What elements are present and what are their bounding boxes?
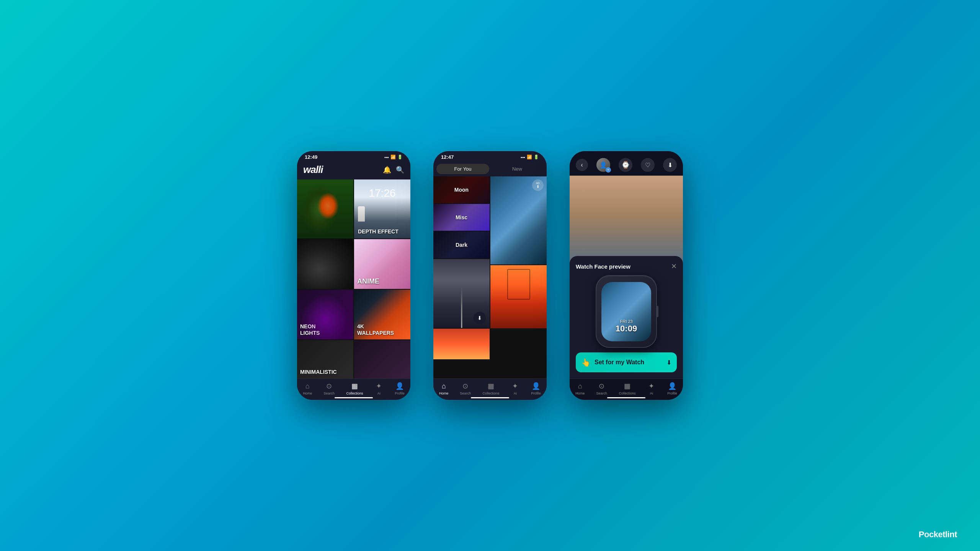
nav-home-label-2: Home	[439, 391, 448, 395]
nav-profile-label-1: Profile	[395, 391, 405, 395]
status-time-2: 12:47	[441, 154, 454, 160]
phone1-header: walli 🔔 🔍	[297, 161, 410, 179]
nav-profile-label-2: Profile	[531, 391, 541, 395]
download-road-btn[interactable]: ⬇	[474, 312, 486, 324]
moon-label: Moon	[433, 176, 490, 203]
watch-icon-button[interactable]: ⌚	[619, 158, 632, 172]
download-watch-icon: ⬇	[666, 359, 671, 366]
category-dark-2[interactable]: Dark	[433, 231, 490, 258]
watch-screen: FRI 23 10:09	[601, 282, 651, 341]
bell-icon[interactable]: 🔔	[383, 166, 391, 174]
phones-container: 12:49 ▪▪▪ 📶 🔋 walli 🔔 🔍 L	[297, 151, 683, 400]
depth-label: DEPTH EFFECT	[358, 228, 399, 235]
wallpaper-grid: Moon Misc Dark ⬇	[433, 176, 547, 378]
cliff-wallpaper[interactable]: AD ⬇	[490, 176, 547, 264]
nav-collections-1[interactable]: ▦ Collections	[346, 382, 363, 395]
home-icon-1: ⌂	[303, 382, 312, 390]
nav-collections-label-1: Collections	[346, 391, 363, 395]
ai-icon-2: ✦	[511, 382, 519, 390]
nav-ai-2[interactable]: ✦ Ai	[511, 382, 519, 395]
sunset-wallpaper[interactable]	[490, 265, 547, 328]
status-bar-2: 12:47 ▪▪▪ 📶 🔋	[433, 151, 547, 161]
search-icon[interactable]: 🔍	[396, 166, 404, 174]
nav-profile-2[interactable]: 👤 Profile	[531, 382, 541, 395]
nav-ai-label-1: Ai	[377, 391, 381, 395]
bottom-nav-2: ⌂ Home ⊙ Search ▦ Collections ✦ Ai 👤 Pro…	[433, 378, 547, 400]
status-icons-1: ▪▪▪ 📶 🔋	[384, 155, 403, 160]
nav-search-1[interactable]: ⊙ Search	[324, 382, 335, 395]
profile-icon-2: 👤	[532, 382, 540, 390]
dark2-label: Dark	[433, 231, 490, 258]
nav-collections-label-2: Collections	[482, 391, 499, 395]
home-icon-2: ⌂	[439, 382, 448, 390]
category-neon-lights[interactable]: NEONLIGHTS	[297, 290, 353, 339]
nav-indicator-2	[471, 397, 509, 398]
nav-collections-3[interactable]: ▦ Collections	[619, 382, 635, 395]
nav-search-label-1: Search	[324, 391, 335, 395]
tab-bar: For You New	[433, 161, 547, 176]
download-button-3[interactable]: ⬇	[663, 158, 677, 172]
watch-time-display: FRI 23 10:09	[601, 319, 651, 334]
nav-collections-2[interactable]: ▦ Collections	[482, 382, 499, 395]
anime-label: ANIME	[357, 277, 379, 286]
hand-icon: 👆	[581, 358, 591, 367]
nav-home-2[interactable]: ⌂ Home	[439, 382, 448, 395]
modal-close-button[interactable]: ✕	[671, 262, 677, 271]
category-anime[interactable]: ANIME	[354, 239, 410, 289]
sunset-partial[interactable]	[433, 329, 490, 359]
nav-search-3[interactable]: ⊙ Search	[596, 382, 608, 395]
road-wallpaper[interactable]: ⬇	[433, 259, 490, 328]
watch-face-modal: Watch Face preview ✕ FRI 23 10:09	[570, 256, 683, 378]
category-depth-effect[interactable]: 17:26 DEPTH EFFECT	[354, 179, 410, 238]
nav-search-label-3: Search	[596, 391, 608, 395]
category-moon[interactable]: Moon	[433, 176, 490, 203]
tab-new[interactable]: New	[491, 164, 544, 174]
watch-time: 10:09	[601, 324, 651, 334]
4k-label: 4KWALLPAPERS	[357, 323, 394, 336]
watch-date: FRI 23	[601, 319, 651, 324]
nav-search-2[interactable]: ⊙ Search	[460, 382, 471, 395]
wifi-icon: 📶	[390, 155, 396, 160]
category-8[interactable]	[354, 340, 410, 378]
status-bar-1: 12:49 ▪▪▪ 📶 🔋	[297, 151, 410, 161]
category-4k-wallpapers[interactable]: 4KWALLPAPERS	[354, 290, 410, 339]
profile-icon-3: 👤	[668, 382, 676, 390]
nav-home-3[interactable]: ⌂ Home	[575, 382, 585, 395]
collections-icon-1: ▦	[351, 382, 359, 390]
phone1-content: walli 🔔 🔍 LIVEWALLPAPERS 17:26	[297, 161, 410, 378]
apple-watch: FRI 23 10:09	[596, 275, 657, 348]
bottom-nav-3: ⌂ Home ⊙ Search ▦ Collections ✦ Ai 👤 Pro…	[570, 378, 683, 400]
profile-avatar[interactable]: 👤 +	[596, 158, 610, 172]
status-bar-3	[570, 151, 683, 156]
nav-profile-3[interactable]: 👤 Profile	[667, 382, 677, 395]
set-for-watch-button[interactable]: 👆 Set for my Watch ⬇	[576, 352, 677, 372]
category-misc[interactable]: Misc	[433, 204, 490, 231]
bottom-nav-1: ⌂ Home ⊙ Search ▦ Collections ✦ Ai 👤 Pro…	[297, 378, 410, 400]
back-button[interactable]: ‹	[576, 159, 588, 171]
nav-ai-label-3: Ai	[650, 391, 653, 395]
nav-ai-1[interactable]: ✦ Ai	[375, 382, 383, 395]
nav-indicator-1	[335, 397, 373, 398]
category-minimalistic[interactable]: MINIMALISTIC	[297, 340, 353, 378]
mini-label: MINIMALISTIC	[300, 369, 337, 375]
left-column: Moon Misc Dark ⬇	[433, 176, 490, 378]
nav-home-1[interactable]: ⌂ Home	[303, 382, 312, 395]
home-icon-3: ⌂	[576, 382, 584, 390]
category-live-wallpapers[interactable]: LIVEWALLPAPERS	[297, 179, 353, 238]
category-dark[interactable]: DARK	[297, 239, 353, 289]
nav-profile-1[interactable]: 👤 Profile	[395, 382, 405, 395]
set-watch-label: Set for my Watch	[595, 359, 644, 366]
walli-logo: walli	[303, 164, 323, 176]
nav-home-label-1: Home	[303, 391, 312, 395]
tab-for-you[interactable]: For You	[436, 164, 489, 174]
ai-icon-3: ✦	[647, 382, 656, 390]
watch-crown	[656, 306, 658, 317]
signal-icon-2: ▪▪▪	[521, 155, 525, 160]
avatar-plus-icon: +	[606, 167, 611, 173]
heart-button[interactable]: ♡	[641, 158, 655, 172]
nav-ai-3[interactable]: ✦ Ai	[647, 382, 656, 395]
collections-icon-2: ▦	[487, 382, 495, 390]
pocketlint-text: Pocketlint	[919, 530, 957, 539]
signal-icon: ▪▪▪	[384, 155, 389, 160]
nav-ai-label-2: Ai	[514, 391, 517, 395]
